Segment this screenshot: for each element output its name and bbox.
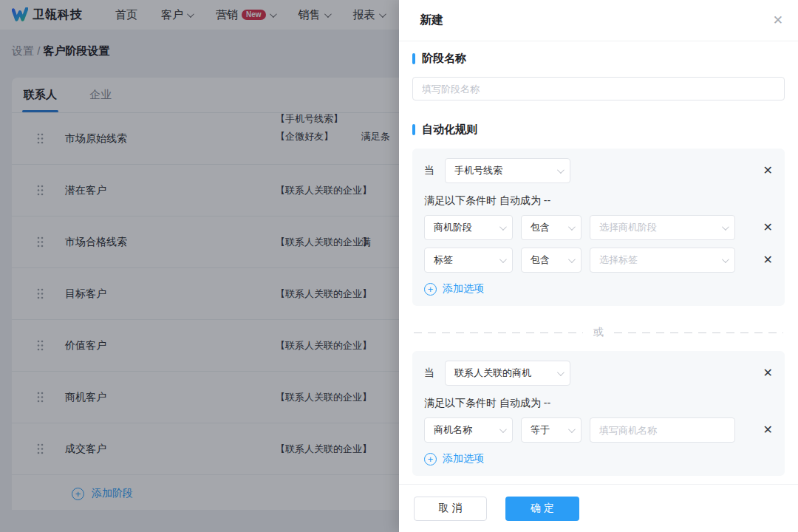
condition-value-input[interactable] [590, 417, 735, 443]
or-label: 或 [593, 326, 604, 339]
condition-field-select[interactable]: 商机名称 [424, 417, 513, 443]
trigger-select[interactable]: 联系人关联的商机 [445, 361, 570, 386]
remove-condition-icon[interactable]: ✕ [763, 254, 773, 266]
when-label: 当 [424, 366, 434, 380]
condition-row: 标签 包含 选择标签 ✕ [424, 248, 773, 273]
dashed-line [414, 332, 583, 333]
condition-sentence: 满足以下条件时 自动成为 -- [424, 194, 773, 208]
section-automation: 自动化规则 [412, 123, 785, 137]
when-label: 当 [424, 164, 434, 177]
chevron-down-icon [568, 426, 576, 433]
remove-rule-icon[interactable]: ✕ [763, 165, 773, 177]
chevron-down-icon [722, 223, 729, 231]
drawer-footer: 取 消 确 定 [399, 484, 798, 532]
condition-row: 商机名称 等于 ✕ [424, 417, 773, 443]
condition-row: 商机阶段 包含 选择商机阶段 ✕ [424, 215, 773, 240]
remove-condition-icon[interactable]: ✕ [763, 222, 773, 233]
section-bar [412, 53, 415, 64]
chevron-down-icon [499, 223, 507, 231]
plus-icon: + [424, 453, 437, 466]
chevron-down-icon [557, 369, 565, 376]
dashed-line [614, 332, 783, 333]
chevron-down-icon [568, 256, 576, 263]
plus-icon: + [424, 283, 437, 296]
condition-sentence: 满足以下条件时 自动成为 -- [424, 397, 773, 410]
remove-rule-icon[interactable]: ✕ [763, 367, 773, 379]
automation-rule-1: ✕ 当 手机号线索 满足以下条件时 自动成为 -- 商机阶段 包含 选择商机阶段… [412, 149, 785, 306]
condition-value-select[interactable]: 选择标签 [590, 248, 735, 273]
confirm-button[interactable]: 确 定 [505, 497, 579, 521]
condition-operator-select[interactable]: 等于 [521, 417, 582, 443]
condition-value-select[interactable]: 选择商机阶段 [590, 215, 735, 240]
chevron-down-icon [557, 166, 565, 174]
condition-operator-select[interactable]: 包含 [521, 215, 582, 240]
trigger-select[interactable]: 手机号线索 [445, 158, 570, 183]
chevron-down-icon [722, 256, 729, 263]
chevron-down-icon [499, 426, 507, 433]
condition-field-select[interactable]: 标签 [424, 248, 513, 273]
section-stage-name: 阶段名称 [412, 52, 785, 66]
close-icon[interactable]: ✕ [773, 13, 783, 28]
remove-condition-icon[interactable]: ✕ [763, 424, 773, 436]
add-option-button[interactable]: + 添加选项 [424, 452, 773, 466]
chevron-down-icon [568, 223, 576, 231]
drawer-header: 新建 ✕ [399, 0, 798, 41]
drawer-title: 新建 [420, 13, 443, 28]
condition-operator-select[interactable]: 包含 [521, 248, 582, 273]
stage-name-input[interactable] [412, 77, 785, 100]
condition-field-select[interactable]: 商机阶段 [424, 215, 513, 240]
new-stage-drawer: 新建 ✕ 阶段名称 自动化规则 ✕ 当 手机号线索 满足以下条件时 自动成为 -… [399, 0, 798, 532]
drawer-body: 阶段名称 自动化规则 ✕ 当 手机号线索 满足以下条件时 自动成为 -- 商机阶… [399, 41, 798, 484]
add-option-button[interactable]: + 添加选项 [424, 282, 773, 296]
automation-rule-2: ✕ 当 联系人关联的商机 满足以下条件时 自动成为 -- 商机名称 等于 ✕ +… [412, 351, 785, 476]
cancel-button[interactable]: 取 消 [414, 497, 487, 521]
or-divider: 或 [414, 326, 783, 339]
chevron-down-icon [499, 256, 507, 263]
section-bar [412, 124, 415, 135]
